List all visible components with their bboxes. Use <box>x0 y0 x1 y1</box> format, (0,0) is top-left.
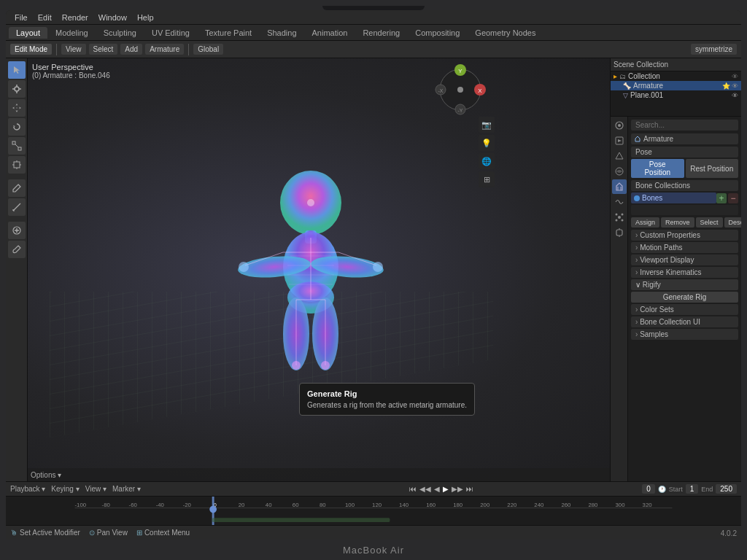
armature-eye-icon[interactable]: 👁 <box>732 82 738 90</box>
prop-tab-object-data[interactable] <box>612 179 627 194</box>
toolbar-view[interactable]: View <box>61 44 86 55</box>
prop-tab-render[interactable] <box>612 133 627 148</box>
prop-tab-particles[interactable] <box>612 210 627 225</box>
playback-menu[interactable]: Playback ▾ <box>10 485 45 493</box>
menu-file[interactable]: File <box>10 12 32 23</box>
add-bone-collection-btn[interactable]: + <box>716 193 727 203</box>
svg-rect-6 <box>12 141 15 144</box>
menu-edit[interactable]: Edit <box>34 12 56 23</box>
viewport-display-header[interactable]: › Viewport Display <box>631 254 738 265</box>
prop-tab-constraints[interactable] <box>612 225 627 240</box>
play-back-btn[interactable]: ◀ <box>434 485 440 493</box>
menu-render[interactable]: Render <box>58 12 93 23</box>
properties-search[interactable] <box>631 120 738 131</box>
rigify-header[interactable]: ∨ Rigify <box>631 279 738 290</box>
tool-cursor[interactable] <box>8 80 26 98</box>
symmetrize-btn[interactable]: symmetrize <box>691 44 737 55</box>
jump-to-start-btn[interactable]: ⏮ <box>409 485 417 493</box>
keying-menu[interactable]: Keying ▾ <box>51 485 79 493</box>
outliner-item-plane[interactable]: ▽ Plane.001 👁 <box>611 90 741 100</box>
bone-collections-section: Bone Collections Bones + − <box>631 180 738 228</box>
tab-modeling[interactable]: Modeling <box>48 27 96 39</box>
select-btn[interactable]: Select <box>696 217 723 228</box>
viewport-icon-material[interactable]: 🌐 <box>479 153 495 169</box>
remove-bone-collection-btn[interactable]: − <box>728 193 738 203</box>
nav-gizmo-area[interactable]: Y X -Y -X <box>435 64 486 117</box>
properties-panel: Armature Pose Pose Position Res <box>610 117 741 481</box>
generate-rig-btn[interactable]: Generate Rig <box>631 292 738 303</box>
tab-shading[interactable]: Shading <box>260 27 303 39</box>
samples-header[interactable]: › Samples <box>631 329 738 340</box>
tab-texture-paint[interactable]: Texture Paint <box>198 27 259 39</box>
viewport-icon-lamp[interactable]: 💡 <box>479 135 495 151</box>
toolbar-armature[interactable]: Armature <box>145 44 184 55</box>
toolbar-select[interactable]: Select <box>89 44 118 55</box>
mode-selector[interactable]: Edit Mode <box>10 44 52 55</box>
ik-header[interactable]: › Inverse Kinematics <box>631 267 738 278</box>
tool-transform[interactable] <box>8 156 26 174</box>
custom-properties-header[interactable]: › Custom Properties <box>631 230 738 241</box>
tab-layout[interactable]: Layout <box>9 27 47 39</box>
armature-star-icon[interactable]: ⭐ <box>722 82 730 90</box>
tool-rotate[interactable] <box>8 118 26 136</box>
left-toolbar <box>6 58 28 481</box>
remove-btn[interactable]: Remove <box>661 217 694 228</box>
step-forward-btn[interactable]: ▶▶ <box>452 485 463 493</box>
tool-annotate[interactable] <box>8 179 26 197</box>
deselect-btn[interactable]: Desel... <box>724 217 741 228</box>
version-label: 4.0.2 <box>721 529 737 537</box>
tool-select[interactable] <box>8 61 26 79</box>
prop-tab-output[interactable] <box>612 149 627 163</box>
color-sets-header[interactable]: › Color Sets <box>631 304 738 315</box>
tab-uv-editing[interactable]: UV Editing <box>144 27 197 39</box>
jump-to-end-btn[interactable]: ⏭ <box>466 485 473 493</box>
bones-collection-item[interactable]: Bones <box>631 192 716 203</box>
viewport-perspective: User Perspective <box>32 63 110 71</box>
tab-compositing[interactable]: Compositing <box>408 27 467 39</box>
pose-header[interactable]: Pose <box>631 147 738 158</box>
bone-collections-header[interactable]: Bone Collections <box>631 180 738 191</box>
tab-sculpting[interactable]: Sculpting <box>96 27 144 39</box>
viewport-icon-camera[interactable]: 📷 <box>479 117 495 133</box>
tool-move[interactable] <box>8 99 26 117</box>
tool-measure[interactable] <box>8 198 26 216</box>
rest-position-btn[interactable]: Rest Position <box>686 159 739 178</box>
tab-geometry-nodes[interactable]: Geometry Nodes <box>468 27 543 39</box>
tool-add-extrude[interactable] <box>8 222 26 239</box>
options-btn[interactable]: Options ▾ <box>31 471 61 479</box>
marker-menu[interactable]: Marker ▾ <box>112 485 141 493</box>
viewport-icon-grid[interactable]: ⊞ <box>479 171 495 187</box>
toolbar-add[interactable]: Add <box>120 44 142 55</box>
play-forward-btn[interactable]: ▶ <box>443 485 449 493</box>
tab-rendering[interactable]: Rendering <box>355 27 407 39</box>
timeline-ruler[interactable]: -100 -80 -60 -40 -20 0 20 40 60 80 100 1… <box>6 497 741 525</box>
prop-tab-scene[interactable] <box>612 118 627 133</box>
viewport[interactable]: User Perspective (0) Armature : Bone.046… <box>28 58 610 481</box>
global-selector[interactable]: Global <box>193 44 223 55</box>
assign-btn[interactable]: Assign <box>631 217 659 228</box>
outliner-visibility-icon[interactable]: 👁 <box>732 73 738 80</box>
end-frame[interactable]: 250 <box>716 484 737 494</box>
svg-point-38 <box>321 361 330 370</box>
svg-rect-94 <box>212 518 390 522</box>
bone-collection-ui-header[interactable]: › Bone Collection UI <box>631 316 738 327</box>
start-frame[interactable]: 1 <box>686 484 699 494</box>
tool-scale[interactable] <box>8 137 26 155</box>
outliner-item-collection[interactable]: ▸ 🗂 Collection 👁 <box>611 71 741 81</box>
view-menu[interactable]: View ▾ <box>85 485 107 493</box>
step-back-btn[interactable]: ◀◀ <box>419 485 431 493</box>
menu-help[interactable]: Help <box>133 12 158 23</box>
outliner-item-armature[interactable]: 🦴 Armature ⭐ 👁 <box>611 81 741 90</box>
svg-point-63 <box>621 214 623 216</box>
pose-position-btn[interactable]: Pose Position <box>631 159 684 178</box>
props-tabs <box>611 117 628 481</box>
plane-eye-icon[interactable]: 👁 <box>732 92 738 99</box>
tool-brush[interactable] <box>8 241 26 258</box>
prop-tab-view[interactable] <box>612 164 627 179</box>
tab-animation[interactable]: Animation <box>305 27 355 39</box>
motion-paths-header[interactable]: › Motion Paths <box>631 242 738 253</box>
menu-window[interactable]: Window <box>94 12 131 23</box>
props-content: Armature Pose Pose Position Res <box>628 117 741 481</box>
current-frame[interactable]: 0 <box>642 484 655 494</box>
prop-tab-modifier[interactable] <box>612 195 627 209</box>
